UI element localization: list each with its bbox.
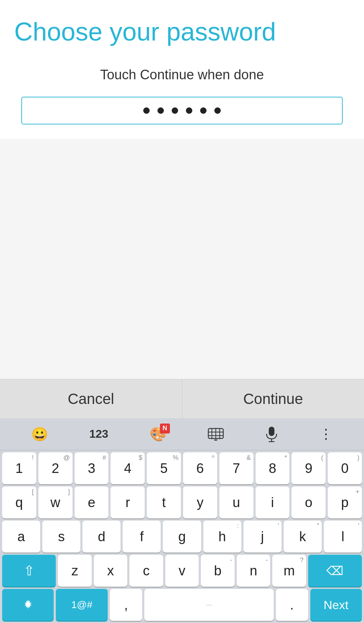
key-0[interactable]: )0 (328, 452, 362, 484)
key-o[interactable]: o (291, 486, 326, 518)
dot-3 (172, 107, 178, 114)
key-8[interactable]: *8 (256, 452, 290, 484)
key-4[interactable]: $4 (111, 452, 145, 484)
key-e[interactable]: e (75, 486, 109, 518)
backspace-key[interactable]: ⌫ (308, 555, 362, 587)
key-p[interactable]: +p (328, 486, 362, 518)
key-u[interactable]: u (219, 486, 253, 518)
symbols-key[interactable]: 1@# (56, 589, 107, 621)
mic-icon[interactable] (265, 426, 278, 442)
key-row-1: !1 @2 #3 $4 %5 ^6 &7 *8 (9 )0 (0, 452, 364, 484)
settings-key[interactable] (2, 589, 54, 621)
key-2[interactable]: @2 (38, 452, 73, 484)
shift-key[interactable]: ⇧ (2, 555, 56, 587)
key-c[interactable]: c (129, 555, 163, 587)
key-w[interactable]: ]w (38, 486, 73, 518)
key-m[interactable]: ?m (272, 555, 306, 587)
space-key[interactable]: ··· (144, 589, 274, 621)
key-5[interactable]: %5 (147, 452, 181, 484)
instruction-text: Touch Continue when done (14, 67, 350, 82)
key-s[interactable]: s (42, 521, 80, 553)
key-row-5: 1@# , ··· . Next (0, 589, 364, 621)
dot-2 (157, 107, 164, 114)
period-key[interactable]: . (276, 589, 308, 621)
key-h[interactable]: :h (203, 521, 241, 553)
keyboard: !1 @2 #3 $4 %5 ^6 &7 *8 (9 )0 [q ]w e r … (0, 450, 364, 623)
comma-key[interactable]: , (110, 589, 142, 621)
key-7[interactable]: &7 (219, 452, 253, 484)
key-row-3: a s d f g :h 'j "k 'l (0, 521, 364, 553)
key-f[interactable]: f (123, 521, 161, 553)
key-b[interactable]: -b (201, 555, 235, 587)
password-dots (143, 107, 221, 114)
dot-4 (186, 107, 192, 114)
content-area: Choose your password Touch Continue when… (0, 0, 364, 139)
svg-rect-7 (269, 427, 274, 436)
key-row-4: ⇧ z x c v -b -n ?m ⌫ (0, 555, 364, 587)
key-l[interactable]: 'l (324, 521, 362, 553)
key-1[interactable]: !1 (2, 452, 36, 484)
key-6[interactable]: ^6 (183, 452, 217, 484)
dot-5 (200, 107, 207, 114)
key-d[interactable]: d (82, 521, 121, 553)
key-y[interactable]: y (183, 486, 217, 518)
numbers-switch[interactable]: 123 (89, 427, 108, 441)
key-j[interactable]: 'j (243, 521, 282, 553)
key-x[interactable]: x (94, 555, 128, 587)
next-key[interactable]: Next (310, 589, 362, 621)
key-row-2: [q ]w e r t y u i o +p (0, 486, 364, 518)
keyboard-toolbar: 😀 123 🎨 N ⋮ (0, 418, 364, 450)
dot-1 (143, 107, 150, 114)
password-field[interactable] (21, 97, 343, 124)
emoji-icon[interactable]: 😀 (31, 426, 48, 442)
key-a[interactable]: a (2, 521, 40, 553)
theme-badge: N (160, 424, 170, 433)
key-v[interactable]: v (165, 555, 199, 587)
cancel-button[interactable]: Cancel (0, 379, 182, 418)
key-9[interactable]: (9 (291, 452, 326, 484)
key-3[interactable]: #3 (75, 452, 109, 484)
more-icon[interactable]: ⋮ (319, 426, 333, 442)
svg-marker-6 (214, 440, 218, 441)
key-k[interactable]: "k (284, 521, 322, 553)
key-z[interactable]: z (58, 555, 92, 587)
continue-button[interactable]: Continue (182, 379, 364, 418)
dots-label: ··· (206, 600, 212, 609)
keyboard-switch-icon[interactable] (208, 428, 224, 441)
key-r[interactable]: r (111, 486, 145, 518)
key-t[interactable]: t (147, 486, 181, 518)
key-i[interactable]: i (256, 486, 290, 518)
spacer (0, 139, 364, 379)
key-q[interactable]: [q (2, 486, 36, 518)
theme-icon[interactable]: 🎨 N (150, 426, 166, 442)
dot-6 (214, 107, 221, 114)
page-title: Choose your password (14, 18, 350, 46)
action-bar: Cancel Continue (0, 379, 364, 418)
key-n[interactable]: -n (237, 555, 271, 587)
key-g[interactable]: g (163, 521, 201, 553)
